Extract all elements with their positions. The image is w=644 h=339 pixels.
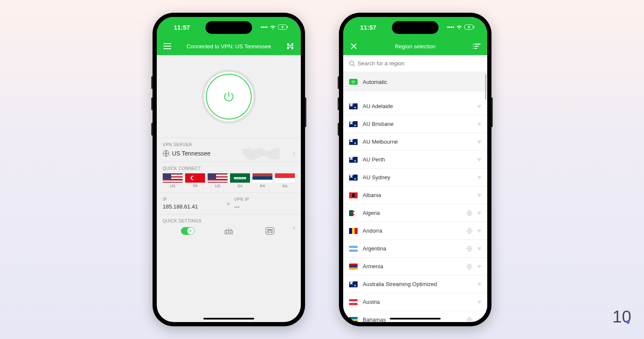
flag-au-icon (349, 281, 358, 287)
flag-ad-icon (349, 228, 358, 234)
quick-connect-us[interactable]: US (208, 173, 228, 188)
logo-one: 1 (613, 307, 622, 326)
cellular-icon: •••• (447, 24, 454, 30)
sort-button[interactable] (472, 42, 481, 51)
quick-connect-sa[interactable]: SA (230, 173, 250, 188)
flag-us-icon (163, 173, 183, 183)
vpn-ip-value: --- (234, 203, 295, 210)
favorite-icon[interactable]: ♥ (477, 120, 482, 128)
region-row[interactable]: AU Brisbane♥ (343, 115, 487, 133)
favorite-icon[interactable]: ♥ (477, 298, 482, 306)
favorite-icon[interactable]: ♥ (477, 263, 482, 270)
geo-icon (466, 264, 472, 270)
battery-charging-icon (278, 25, 288, 30)
nav-bar-regions: Region selection (343, 37, 487, 55)
region-name: AU Melbourne (363, 139, 472, 145)
quick-connect-tr[interactable]: TR (185, 173, 205, 188)
region-row[interactable]: Bahamas♥ (343, 311, 487, 322)
logo-zero: 0 (622, 307, 631, 326)
vpn-server-section[interactable]: VPN SERVER US Tennessee › (157, 138, 301, 161)
svg-rect-13 (266, 228, 274, 234)
geo-icon (466, 210, 472, 216)
region-row[interactable]: AU Perth♥ (343, 151, 487, 169)
svg-rect-5 (291, 47, 293, 49)
region-name: Armenia (363, 263, 461, 270)
quick-connect-label: TR (185, 184, 205, 188)
region-row[interactable]: Algeria♥ (343, 204, 487, 222)
favorite-icon[interactable]: ♥ (477, 174, 482, 181)
favorite-icon[interactable]: ♥ (477, 103, 482, 110)
quick-connect-label: SA (230, 184, 250, 188)
quick-connect-label: QUICK CONNECT (163, 166, 295, 171)
region-name: Argentina (363, 245, 461, 252)
kill-switch-toggle[interactable] (181, 226, 194, 236)
region-name: AU Brisbane (363, 121, 472, 127)
region-row[interactable]: Andorra♥ (343, 222, 487, 240)
region-row[interactable]: Armenia♥ (343, 258, 487, 275)
favorite-icon[interactable]: ♥ (477, 227, 482, 235)
screen-regions: 11:57 •••• Region selection AutomaticAU … (343, 17, 487, 322)
home-indicator[interactable] (203, 318, 254, 320)
battery-charging-icon (464, 25, 475, 30)
network-setting-button[interactable] (222, 226, 236, 236)
favorite-icon[interactable]: ♥ (477, 245, 482, 253)
close-button[interactable] (349, 42, 358, 51)
favorite-icon[interactable]: ♥ (477, 209, 482, 217)
quick-connect-label: US (163, 184, 183, 188)
status-icons: •••• (261, 24, 288, 30)
flag-sg-icon (275, 173, 295, 183)
status-icons: •••• (447, 24, 475, 30)
favorite-icon[interactable]: ♥ (477, 138, 482, 146)
world-map-icon (237, 143, 288, 164)
menu-button[interactable] (163, 42, 172, 51)
quick-connect-label: SG (275, 184, 295, 188)
protocol-setting-button[interactable] (263, 226, 277, 236)
favorite-icon[interactable]: ♥ (477, 281, 482, 288)
arrow-right-icon: ▶ (224, 200, 234, 206)
quick-connect-label: RS (253, 184, 272, 188)
search-bar[interactable] (343, 55, 487, 72)
region-list[interactable]: AutomaticAU Adelaide♥AU Brisbane♥AU Melb… (343, 72, 487, 322)
flag-au-icon (349, 175, 358, 181)
flag-sa-icon (230, 173, 250, 183)
region-row[interactable]: Albania♥ (343, 186, 487, 204)
flag-al-icon (349, 192, 358, 198)
svg-point-20 (473, 46, 474, 47)
status-time: 11:57 (174, 24, 190, 31)
power-icon (222, 90, 235, 103)
scrollbar[interactable] (485, 74, 486, 100)
vpn-ip-label: VPN IP (234, 197, 295, 202)
favorite-icon[interactable]: ♥ (477, 192, 482, 199)
favorite-icon[interactable]: ♥ (477, 316, 482, 322)
server-switch-button[interactable] (286, 42, 295, 51)
flag-au-icon (349, 139, 358, 145)
region-row[interactable]: AU Sydney♥ (343, 169, 487, 186)
phone-mockup-regions: 11:57 •••• Region selection AutomaticAU … (339, 13, 491, 326)
region-row[interactable]: AU Adelaide♥ (343, 97, 487, 115)
home-indicator[interactable] (390, 318, 441, 320)
region-name: Austria (363, 299, 472, 305)
phone-mockup-main: 11:57 •••• Connected to VPN: US Tennesse… (153, 13, 305, 326)
quick-connect-us[interactable]: US (163, 173, 183, 188)
quick-connect-rs[interactable]: RS (253, 173, 272, 188)
svg-point-10 (226, 232, 227, 233)
svg-rect-7 (289, 47, 291, 47)
quick-connect-sg[interactable]: SG (275, 173, 295, 188)
region-row[interactable]: Argentina♥ (343, 240, 487, 258)
region-row[interactable]: AU Melbourne♥ (343, 133, 487, 151)
region-row[interactable]: Australia Streaming Optimized♥ (343, 275, 487, 293)
ip-value: 185.188.61.41 (163, 203, 224, 210)
chevron-right-icon: › (293, 150, 295, 157)
globe-icon (163, 150, 169, 157)
region-row[interactable]: Automatic (343, 72, 487, 92)
region-row[interactable]: Austria♥ (343, 293, 487, 311)
svg-rect-4 (291, 43, 293, 46)
server-name: US Tennessee (172, 150, 211, 157)
power-button[interactable] (202, 69, 256, 124)
quick-settings-section[interactable]: QUICK SETTINGS › (157, 214, 301, 240)
search-input[interactable] (358, 60, 481, 67)
svg-rect-14 (267, 229, 273, 231)
favorite-icon[interactable]: ♥ (477, 156, 482, 164)
svg-rect-2 (287, 43, 289, 46)
svg-rect-16 (270, 231, 273, 233)
